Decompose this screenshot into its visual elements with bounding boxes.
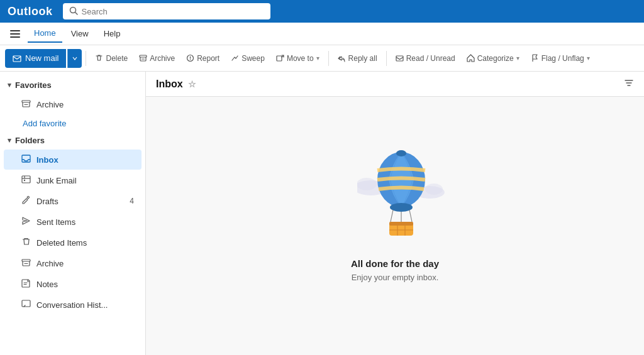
svg-line-31 xyxy=(391,210,393,222)
folders-chevron-icon: ▾ xyxy=(8,136,11,145)
archive-folder-label: Archive xyxy=(36,259,64,268)
archive-toolbar-label: Archive xyxy=(150,54,175,63)
notes-icon xyxy=(21,278,31,290)
flag-unflag-button[interactable]: Flag / Unflag xyxy=(526,49,595,68)
menu-home[interactable]: Home xyxy=(28,25,62,43)
sidebar-item-deleted[interactable]: Deleted Items xyxy=(4,232,142,253)
delete-button[interactable]: Delete xyxy=(90,49,133,68)
svg-rect-20 xyxy=(22,300,30,307)
new-mail-dropdown-button[interactable] xyxy=(67,49,82,68)
conversation-icon xyxy=(21,299,31,310)
svg-rect-6 xyxy=(140,55,147,57)
svg-rect-4 xyxy=(10,36,20,38)
delete-label: Delete xyxy=(106,54,128,63)
svg-point-25 xyxy=(357,178,377,190)
folders-section-header[interactable]: ▾ Folders xyxy=(0,132,145,149)
new-mail-label: New mail xyxy=(25,53,58,63)
sidebar-item-junk[interactable]: Junk Email xyxy=(4,170,142,190)
drafts-icon xyxy=(21,195,31,207)
svg-rect-35 xyxy=(389,222,413,226)
balloon-svg xyxy=(357,145,445,252)
hamburger-button[interactable] xyxy=(5,25,25,43)
archive-toolbar-button[interactable]: Archive xyxy=(134,49,180,68)
svg-rect-11 xyxy=(22,101,30,102)
sidebar-item-archive[interactable]: Archive xyxy=(4,253,142,273)
report-label: Report xyxy=(197,54,219,63)
junk-label: Junk Email xyxy=(36,176,77,185)
menu-view[interactable]: View xyxy=(65,25,95,42)
svg-point-27 xyxy=(425,183,443,195)
read-unread-label: Read / Unread xyxy=(406,54,455,63)
empty-title: All done for the day xyxy=(351,258,439,269)
empty-subtitle: Enjoy your empty inbox. xyxy=(352,273,439,282)
svg-point-15 xyxy=(24,180,25,181)
toolbar: New mail Delete Archive Report Sweep xyxy=(0,45,644,72)
svg-line-33 xyxy=(409,210,412,222)
categorize-button[interactable]: Categorize xyxy=(462,49,525,68)
report-button[interactable]: Report xyxy=(181,49,225,68)
conversation-label: Conversation Hist... xyxy=(36,300,108,310)
categorize-label: Categorize xyxy=(477,54,514,63)
inbox-title: Inbox xyxy=(156,79,183,90)
sidebar-item-notes[interactable]: Notes xyxy=(4,274,142,294)
junk-icon xyxy=(21,175,31,186)
reply-all-button[interactable]: Reply all xyxy=(333,49,382,68)
sent-label: Sent Items xyxy=(36,217,75,227)
sidebar: ▾ Favorites Archive Add favorite ▾ Folde… xyxy=(0,72,146,355)
search-icon xyxy=(69,6,78,17)
star-icon[interactable]: ☆ xyxy=(188,79,196,89)
favorites-section-header[interactable]: ▾ Favorites xyxy=(0,77,145,94)
folders-label: Folders xyxy=(15,136,45,145)
sweep-label: Sweep xyxy=(242,54,265,63)
toolbar-divider-3 xyxy=(386,51,387,66)
favorites-chevron-icon: ▾ xyxy=(8,81,11,89)
main-layout: ▾ Favorites Archive Add favorite ▾ Folde… xyxy=(0,72,644,355)
balloon-illustration xyxy=(357,145,433,246)
sidebar-item-conversation[interactable]: Conversation Hist... xyxy=(4,295,142,315)
search-box[interactable] xyxy=(63,3,270,19)
toolbar-divider-2 xyxy=(328,51,329,66)
toolbar-divider-1 xyxy=(86,51,86,66)
notes-label: Notes xyxy=(36,280,58,289)
favorites-label: Favorites xyxy=(15,80,52,90)
archive-favorite-icon xyxy=(21,99,31,110)
sidebar-item-archive-favorite[interactable]: Archive xyxy=(4,94,142,114)
svg-rect-2 xyxy=(10,30,20,31)
inbox-label: Inbox xyxy=(36,155,58,165)
svg-rect-10 xyxy=(396,56,403,61)
add-favorite-button[interactable]: Add favorite xyxy=(0,115,145,132)
brand-logo: Outlook xyxy=(8,5,53,18)
topbar: Outlook xyxy=(0,0,644,23)
svg-rect-3 xyxy=(10,33,20,35)
archive-folder-icon xyxy=(21,258,31,269)
deleted-icon xyxy=(21,237,31,248)
new-mail-button[interactable]: New mail xyxy=(5,49,66,68)
svg-rect-16 xyxy=(22,259,30,261)
archive-favorite-label: Archive xyxy=(36,100,64,109)
move-to-button[interactable]: Move to xyxy=(271,49,325,68)
empty-state: All done for the day Enjoy your empty in… xyxy=(146,97,644,355)
sidebar-item-sent[interactable]: Sent Items xyxy=(4,212,142,232)
reply-all-label: Reply all xyxy=(348,54,377,63)
drafts-badge: 4 xyxy=(130,197,134,205)
move-to-label: Move to xyxy=(287,54,314,63)
flag-unflag-label: Flag / Unflag xyxy=(541,54,584,63)
read-unread-button[interactable]: Read / Unread xyxy=(391,49,460,68)
menubar: Home View Help xyxy=(0,23,644,45)
inbox-icon xyxy=(21,154,31,165)
drafts-label: Drafts xyxy=(36,197,58,206)
content-header: Inbox ☆ xyxy=(146,72,644,97)
sidebar-item-drafts[interactable]: Drafts 4 xyxy=(4,191,142,211)
svg-point-29 xyxy=(396,150,406,156)
filter-icon[interactable] xyxy=(624,78,634,90)
svg-line-1 xyxy=(75,12,77,14)
svg-rect-14 xyxy=(22,176,30,183)
svg-rect-9 xyxy=(277,56,282,61)
sent-icon xyxy=(21,216,31,227)
sweep-button[interactable]: Sweep xyxy=(226,49,270,68)
search-input[interactable] xyxy=(82,7,264,16)
deleted-label: Deleted Items xyxy=(36,238,87,248)
content-panel: Inbox ☆ xyxy=(146,72,644,355)
menu-help[interactable]: Help xyxy=(97,25,127,42)
sidebar-item-inbox[interactable]: Inbox xyxy=(4,150,142,170)
